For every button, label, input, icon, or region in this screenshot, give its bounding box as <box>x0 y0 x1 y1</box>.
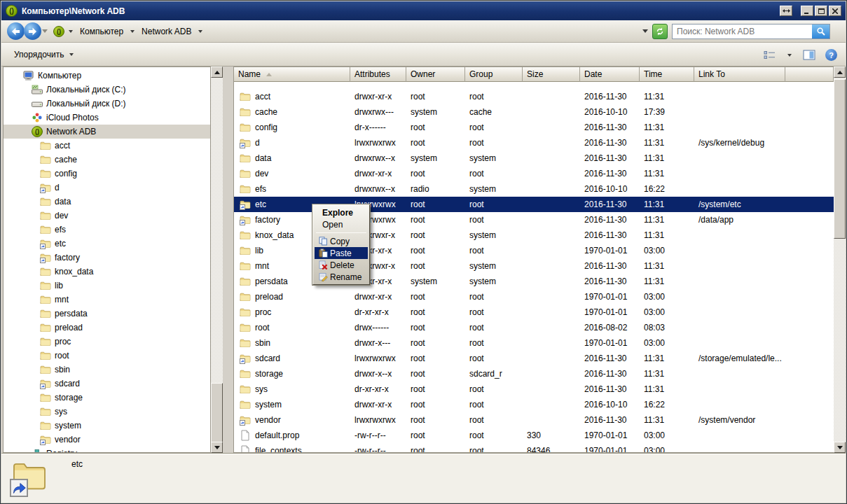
menu-item-explore[interactable]: Explore <box>315 206 368 218</box>
tree-scrollbar[interactable] <box>211 66 223 453</box>
history-dropdown-icon[interactable] <box>42 29 48 33</box>
column-header-date[interactable]: Date <box>580 67 640 82</box>
tree-item-preload[interactable]: preload <box>4 321 210 335</box>
tree-item-lib[interactable]: lib <box>4 279 210 293</box>
help-button[interactable]: ? <box>824 48 839 62</box>
chevron-down-icon[interactable] <box>69 30 73 33</box>
column-header-attributes[interactable]: Attributes <box>350 67 406 82</box>
tree-item-factory[interactable]: factory <box>4 251 210 265</box>
table-row-cache[interactable]: cachedrwxrwx---systemcache2016-10-1017:3… <box>234 104 834 120</box>
table-row-dev[interactable]: devdrwxr-xr-xrootroot2016-11-3011:31 <box>234 166 834 181</box>
table-row-root[interactable]: rootdrwx------rootroot2016-08-0208:03 <box>234 320 834 335</box>
column-header-owner[interactable]: Owner <box>406 67 465 82</box>
scroll-up-button[interactable] <box>211 66 223 78</box>
tree-item-efs[interactable]: efs <box>4 223 210 237</box>
tree-item-sbin[interactable]: sbin <box>4 363 210 377</box>
resize-button[interactable] <box>780 6 792 16</box>
tree-item-vendor[interactable]: vendor <box>4 433 210 447</box>
tree-item-sys[interactable]: sys <box>4 405 210 419</box>
views-dropdown-button[interactable] <box>785 52 794 58</box>
views-button[interactable] <box>762 49 778 62</box>
tree-item-proc[interactable]: proc <box>4 335 210 349</box>
menu-item-open[interactable]: Open <box>315 218 368 230</box>
menu-item-paste[interactable]: Paste <box>315 247 368 259</box>
tree-item-mnt[interactable]: mnt <box>4 293 210 307</box>
table-row-file_contexts[interactable]: file_contexts-rw-r--r--rootroot843461970… <box>234 443 834 453</box>
tree-item-etc[interactable]: etc <box>4 237 210 251</box>
tree-item-data[interactable]: data <box>4 195 210 209</box>
adb-breadcrumb-icon[interactable]: () <box>53 26 64 37</box>
column-header-label: Size <box>527 69 543 79</box>
table-row-data[interactable]: datadrwxrwx--xsystemsystem2016-11-3011:3… <box>234 150 834 166</box>
cell-filler <box>785 304 834 320</box>
forward-button[interactable] <box>24 22 41 40</box>
cell-owner: root <box>406 89 465 104</box>
table-row-storage[interactable]: storagedrwxr-x--xrootsdcard_r2016-11-301… <box>234 366 834 382</box>
cell-name: vendor <box>234 412 350 428</box>
tree-item-knox-data[interactable]: knox_data <box>4 265 210 279</box>
cell-filler <box>785 289 834 304</box>
table-row-sys[interactable]: sysdr-xr-xr-xrootroot2016-11-3011:31 <box>234 382 834 397</box>
list-scrollbar-thumb[interactable] <box>834 79 846 239</box>
close-button[interactable] <box>829 6 841 16</box>
column-header-label: Attributes <box>354 69 390 79</box>
column-header-time[interactable]: Time <box>640 67 694 82</box>
tree-item-persdata[interactable]: persdata <box>4 307 210 321</box>
chevron-down-icon[interactable] <box>198 30 202 33</box>
tree-item-локальный-диск-d-[interactable]: Локальный диск (D:) <box>4 97 210 111</box>
tree-item-registry[interactable]: Registry <box>4 447 210 453</box>
column-header-link-to[interactable]: Link To <box>694 67 785 82</box>
scroll-up-button[interactable] <box>834 66 846 78</box>
cell-link_to <box>694 181 785 197</box>
tree-item-storage[interactable]: storage <box>4 391 210 405</box>
address-dropdown-icon[interactable] <box>642 29 648 33</box>
breadcrumb-computer[interactable]: Компьютер <box>77 25 126 38</box>
table-row-proc[interactable]: procdr-xr-xr-xrootroot1970-01-0103:00 <box>234 304 834 320</box>
tree-item-dev[interactable]: dev <box>4 209 210 223</box>
scroll-down-button[interactable] <box>834 442 846 453</box>
table-row-efs[interactable]: efsdrwxrwx--xradiosystem2016-10-1016:22 <box>234 181 834 197</box>
list-scrollbar[interactable] <box>834 66 846 453</box>
maximize-button[interactable] <box>815 6 827 16</box>
table-row-preload[interactable]: preloaddrwxr-xr-xrootroot1970-01-0103:00 <box>234 289 834 304</box>
minimize-button[interactable] <box>801 6 813 16</box>
tree-item-локальный-диск-c-[interactable]: Локальный диск (C:) <box>4 83 210 97</box>
tree-item-label: Локальный диск (D:) <box>46 99 126 108</box>
tree-item-компьютер[interactable]: Компьютер <box>4 69 210 83</box>
scroll-down-button[interactable] <box>211 442 223 453</box>
tree-item-d[interactable]: d <box>4 181 210 195</box>
cell-attributes: dr-xr-xr-x <box>350 304 406 320</box>
search-button[interactable] <box>812 24 829 38</box>
table-row-default.prop[interactable]: default.prop-rw-r--r--rootroot3301970-01… <box>234 428 834 443</box>
column-header-size[interactable]: Size <box>523 67 580 82</box>
menu-item-rename[interactable]: Rename <box>315 271 368 283</box>
tree-item-acct[interactable]: acct <box>4 139 210 153</box>
tree-item-sdcard[interactable]: sdcard <box>4 377 210 391</box>
table-row-d[interactable]: dlrwxrwxrwxrootroot2016-11-3011:31/sys/k… <box>234 135 834 150</box>
table-row-config[interactable]: configdr-x------rootroot2016-11-3011:31 <box>234 120 834 135</box>
tree-item-icloud-photos[interactable]: iCloud Photos <box>4 111 210 125</box>
back-button[interactable] <box>7 22 25 40</box>
table-row-acct[interactable]: acctdrwxr-xr-xrootroot2016-11-3011:31 <box>234 89 834 104</box>
table-row-sdcard[interactable]: sdcardlrwxrwxrwxrootroot2016-11-3011:31/… <box>234 351 834 366</box>
table-row-vendor[interactable]: vendorlrwxrwxrwxrootroot2016-11-3011:31/… <box>234 412 834 428</box>
table-row-sbin[interactable]: sbindrwxr-x---rootroot1970-01-0103:00 <box>234 335 834 351</box>
column-header-name[interactable]: Name <box>234 67 350 82</box>
file-name-label: sbin <box>255 338 270 348</box>
search-input[interactable] <box>673 25 812 38</box>
column-header-group[interactable]: Group <box>465 67 523 82</box>
tree-item-root[interactable]: root <box>4 349 210 363</box>
menu-item-delete[interactable]: Delete <box>315 259 368 271</box>
tree-item-config[interactable]: config <box>4 167 210 181</box>
tree-scrollbar-thumb[interactable] <box>211 383 223 443</box>
refresh-button[interactable] <box>652 24 668 39</box>
tree-item-system[interactable]: system <box>4 419 210 433</box>
tree-item-cache[interactable]: cache <box>4 153 210 167</box>
organize-button[interactable]: Упорядочить <box>11 48 78 61</box>
tree-item-network-adb[interactable]: ()Network ADB <box>4 125 210 139</box>
breadcrumb-network-adb[interactable]: Network ADB <box>139 25 194 38</box>
chevron-down-icon[interactable] <box>130 30 135 33</box>
table-row-system[interactable]: systemdrwxr-xr-xrootroot2016-10-1016:22 <box>234 397 834 412</box>
menu-item-copy[interactable]: Copy <box>315 235 368 247</box>
preview-pane-button[interactable] <box>801 48 817 62</box>
